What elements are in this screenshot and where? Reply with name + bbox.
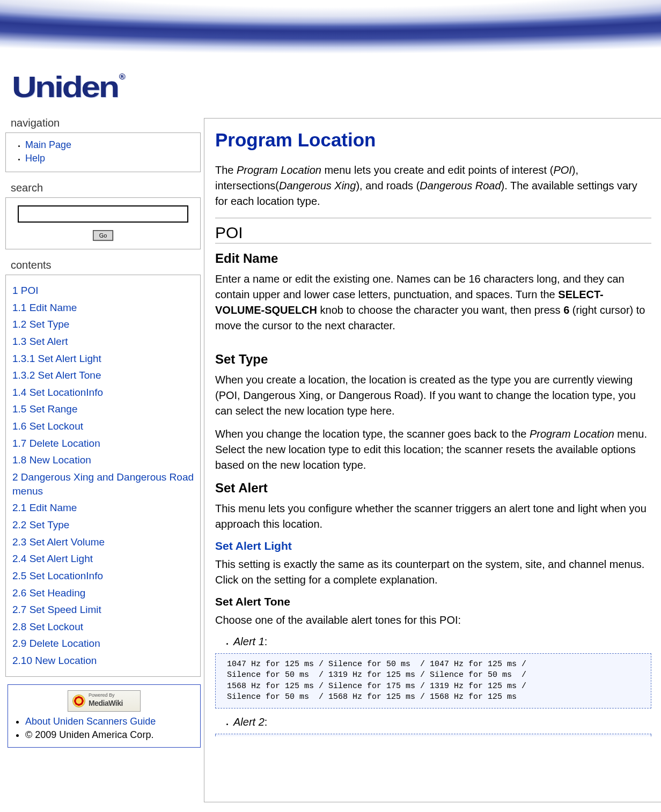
toc-link[interactable]: 2.1 Edit Name	[12, 501, 194, 515]
nav-item[interactable]: Main Page	[25, 139, 193, 151]
header-banner: Uniden®	[0, 0, 661, 107]
main-content: Program Location The Program Location me…	[204, 118, 661, 802]
toc-link[interactable]: 1.1 Edit Name	[12, 301, 194, 315]
set-alert-tone-paragraph: Choose one of the available alert tones …	[215, 612, 651, 628]
sidebar: navigation Main Page Help search Go cont…	[0, 107, 204, 748]
toc-link[interactable]: 2.7 Set Speed Limit	[12, 603, 194, 617]
divider	[215, 218, 651, 218]
search-box: Go	[5, 197, 201, 249]
heading-set-alert-light: Set Alert Light	[215, 540, 651, 552]
toc-link[interactable]: 1.3.1 Set Alert Light	[12, 352, 194, 366]
footer-box: Powered By MediaWiki About Uniden Scanne…	[8, 684, 201, 748]
nav-heading: navigation	[11, 117, 204, 129]
mediawiki-flower-icon	[72, 695, 85, 707]
toc-link[interactable]: 2.6 Set Heading	[12, 586, 194, 600]
heading-edit-name: Edit Name	[215, 251, 651, 266]
alert-item: Alert 1:	[233, 636, 651, 648]
set-type-paragraph-1: When you create a location, the location…	[215, 372, 651, 419]
toc-link[interactable]: 1.6 Set Lockout	[12, 419, 194, 433]
footer-item[interactable]: About Uniden Scanners Guide	[25, 716, 195, 727]
toc-link[interactable]: 2.5 Set LocationInfo	[12, 569, 194, 583]
intro-paragraph: The Program Location menu lets you creat…	[215, 163, 651, 209]
toc-link[interactable]: 1.5 Set Range	[12, 402, 194, 416]
set-alert-light-paragraph: This setting is exactly the same as its …	[215, 557, 651, 588]
toc-link[interactable]: 1.7 Delete Location	[12, 437, 194, 451]
nav-box: Main Page Help	[5, 132, 201, 172]
set-type-paragraph-2: When you change the location type, the s…	[215, 426, 651, 473]
contents-heading: contents	[11, 259, 204, 271]
toc-link[interactable]: 1 POI	[12, 284, 194, 298]
heading-set-alert: Set Alert	[215, 481, 651, 496]
set-alert-light-link[interactable]: Set Alert Light	[215, 540, 292, 552]
heading-poi: POI	[215, 224, 651, 243]
alert-2-sequence-start	[215, 734, 651, 736]
heading-set-type: Set Type	[215, 352, 651, 367]
toc-link[interactable]: 2.8 Set Lockout	[12, 620, 194, 634]
toc-link[interactable]: 1.4 Set LocationInfo	[12, 386, 194, 400]
logo: Uniden®	[12, 69, 124, 104]
help-link[interactable]: Help	[25, 153, 45, 164]
toc-link[interactable]: 2.4 Set Alert Light	[12, 552, 194, 566]
toc-link[interactable]: 2.3 Set Alert Volume	[12, 535, 194, 549]
toc-link[interactable]: 2.9 Delete Location	[12, 637, 194, 651]
heading-set-alert-tone: Set Alert Tone	[215, 595, 651, 608]
badge-bottom-text: MediaWiki	[89, 699, 123, 707]
toc-link[interactable]: 1.8 New Location	[12, 453, 194, 467]
mediawiki-badge[interactable]: Powered By MediaWiki	[68, 690, 141, 712]
toc-link[interactable]: 2.10 New Location	[12, 654, 194, 668]
alert-item: Alert 2:	[233, 716, 651, 728]
badge-top-text: Powered By	[89, 693, 115, 698]
edit-name-paragraph: Enter a name or edit the existing one. N…	[215, 271, 651, 334]
toc-link[interactable]: 2 Dangerous Xing and Dangerous Road menu…	[12, 470, 194, 498]
main-page-link[interactable]: Main Page	[25, 139, 71, 150]
go-button[interactable]: Go	[93, 231, 113, 240]
search-heading: search	[11, 182, 204, 194]
set-alert-paragraph: This menu lets you configure whether the…	[215, 501, 651, 532]
alert-1-sequence: 1047 Hz for 125 ms / Silence for 50 ms /…	[215, 653, 651, 708]
nav-item[interactable]: Help	[25, 153, 193, 164]
about-link[interactable]: About Uniden Scanners Guide	[25, 716, 156, 727]
contents-box: 1 POI 1.1 Edit Name 1.2 Set Type 1.3 Set…	[5, 275, 201, 677]
page-title: Program Location	[215, 129, 651, 151]
toc-link[interactable]: 1.3.2 Set Alert Tone	[12, 368, 194, 382]
search-input[interactable]	[18, 205, 188, 223]
copyright: © 2009 Uniden America Corp.	[25, 729, 195, 741]
toc-link[interactable]: 1.2 Set Type	[12, 318, 194, 331]
toc-link[interactable]: 1.3 Set Alert	[12, 335, 194, 349]
toc-link[interactable]: 2.2 Set Type	[12, 518, 194, 532]
